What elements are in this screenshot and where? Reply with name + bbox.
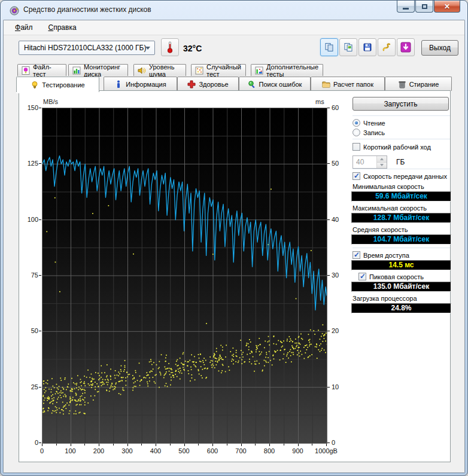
burst-rate-value: 135.0 Мбайт/сек <box>351 282 451 292</box>
access-time-checkbox[interactable]: Время доступа <box>352 251 409 259</box>
app-window: Средство диагностики жестких дисков ✕ Фа… <box>0 0 468 476</box>
tab-error-scan[interactable]: Поиск ошибок <box>239 77 311 91</box>
max-speed-label: Максимальная скорость <box>352 205 427 212</box>
tick-label: 100 <box>65 447 75 454</box>
write-radio[interactable]: Запись <box>352 129 385 136</box>
short-stroke-checkbox[interactable]: Короткий рабочий ход <box>352 143 431 151</box>
tick-label <box>84 444 85 446</box>
tab-health[interactable]: Здоровье <box>177 77 239 91</box>
tick-label: 20 <box>332 327 339 334</box>
tick-label <box>312 444 312 446</box>
tick-label: 400 <box>150 447 161 454</box>
tick-label: 600 <box>207 447 218 454</box>
chart-canvas <box>42 108 327 443</box>
tab-random-test[interactable]: Случайный тест <box>191 64 246 76</box>
short-stroke-stepper[interactable] <box>352 155 387 169</box>
save-button[interactable] <box>358 38 376 56</box>
info-icon <box>114 80 123 89</box>
thermometer-icon <box>165 41 175 53</box>
tick-label <box>326 444 327 446</box>
tick-label: 0 <box>332 439 335 446</box>
right-axis-title: ms <box>315 98 324 105</box>
tab-folder-usage[interactable]: Расчет папок <box>311 77 385 91</box>
copy-screenshot-button[interactable] <box>320 38 338 56</box>
avg-speed-value: 104.7 Мбайт/сек <box>351 234 451 245</box>
minimize-button[interactable] <box>397 1 415 13</box>
testing-tab-content: MB/s ms 15012510075502506050403020100010… <box>19 90 451 462</box>
drive-select[interactable]: Hitachi HDS721010CLA332 (1000 ГБ) <box>19 41 155 55</box>
tab-label: Уровень шума <box>149 63 182 78</box>
tab-file-test[interactable]: Файл-тест <box>17 64 66 76</box>
tick-label: 500 <box>178 447 189 454</box>
tick-label <box>327 443 330 443</box>
tab-erase[interactable]: Стирание <box>385 77 452 91</box>
start-button[interactable]: Запустить <box>352 97 449 111</box>
menu-help[interactable]: Справка <box>43 21 82 34</box>
access-time-value: 14.5 мс <box>351 260 451 270</box>
tab-label: Дополнительные тесты <box>266 63 319 78</box>
tab-noise-level[interactable]: Уровень шума <box>133 64 186 76</box>
app-icon <box>10 6 19 16</box>
tab-label: Файл-тест <box>33 63 62 78</box>
read-radio[interactable]: Чтение <box>352 119 385 127</box>
menu-file[interactable]: Файл <box>10 21 38 34</box>
exit-button[interactable]: Выход <box>421 40 458 56</box>
maximize-button[interactable] <box>415 1 433 13</box>
tick-label: 50 <box>332 160 339 167</box>
minimize-icon <box>403 8 409 10</box>
tick-label: 30 <box>332 271 339 279</box>
tools-button[interactable] <box>378 38 396 56</box>
tick-label: 900 <box>292 447 303 454</box>
control-panel: Запустить Чтение Запись Короткий рабочий… <box>351 91 451 463</box>
max-speed-value: 128.7 Мбайт/сек <box>351 213 451 223</box>
benchmark-chart <box>42 108 327 444</box>
tick-label <box>113 444 114 446</box>
chevron-down-icon <box>380 164 384 166</box>
tick-label: 150 <box>23 104 38 111</box>
bar-chart-icon <box>72 66 81 75</box>
temperature-button[interactable] <box>161 38 179 56</box>
random-dots-icon <box>195 66 203 75</box>
tick-label <box>184 444 185 446</box>
tick-label <box>327 331 330 331</box>
tick-label <box>327 275 330 276</box>
tick-label: 60 <box>332 104 339 111</box>
tab-disk-monitor[interactable]: Мониторинг диска <box>68 64 128 76</box>
cpu-usage-value: 24.8% <box>351 303 451 313</box>
tools-icon <box>382 42 391 52</box>
burst-rate-checkbox[interactable]: Пиковая скорость <box>358 273 424 280</box>
chevron-up-icon <box>380 158 384 160</box>
copy-image-button[interactable] <box>339 38 357 56</box>
tick-label <box>39 387 41 387</box>
window-title: Средство диагностики жестких дисков <box>23 5 151 14</box>
tab-extra-tests[interactable]: Дополнительные тесты <box>251 64 323 76</box>
download-arrow-icon <box>400 42 411 53</box>
checkbox-icon <box>358 273 366 280</box>
min-speed-label: Минимальная скорость <box>352 183 424 190</box>
stepper-up-button[interactable] <box>377 156 387 163</box>
tab-label: Стирание <box>409 81 439 88</box>
short-stroke-value-input[interactable] <box>353 156 376 168</box>
read-label: Чтение <box>363 120 385 127</box>
tab-testing[interactable]: Тестирование <box>16 77 99 92</box>
tab-information[interactable]: Информация <box>104 77 177 91</box>
transfer-rate-checkbox[interactable]: Скорость передачи данных <box>352 172 447 180</box>
title-bar[interactable]: Средство диагностики жестких дисков ✕ <box>1 1 467 20</box>
tick-label <box>71 444 71 446</box>
stepper-down-button[interactable] <box>377 163 387 169</box>
tick-label <box>156 444 156 446</box>
min-speed-value: 59.6 Мбайт/сек <box>351 191 451 202</box>
lamp-yellow-icon <box>31 81 39 89</box>
menu-bar: Файл Справка <box>4 20 464 35</box>
close-button[interactable]: ✕ <box>434 1 460 13</box>
tick-label <box>298 444 299 446</box>
tick-label <box>39 443 41 443</box>
tick-label <box>170 444 171 446</box>
radio-icon <box>352 129 360 136</box>
gb-unit-label: ГБ <box>396 158 405 166</box>
checkbox-icon <box>352 251 360 259</box>
download-button[interactable] <box>397 38 415 56</box>
tick-label <box>39 331 41 331</box>
separator <box>352 115 450 116</box>
start-label: Запустить <box>384 100 417 108</box>
